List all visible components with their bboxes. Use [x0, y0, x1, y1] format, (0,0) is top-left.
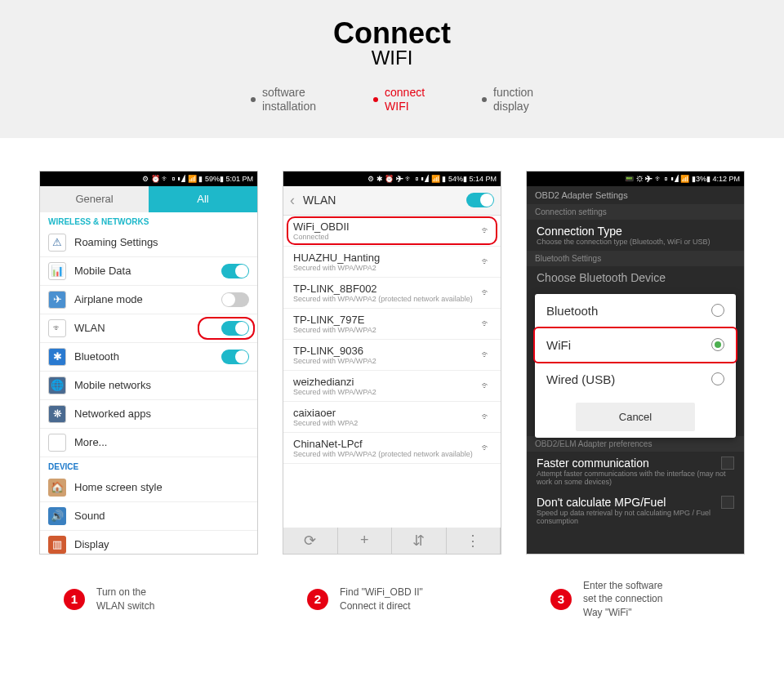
refresh-icon[interactable]: ⟳ [283, 528, 338, 554]
wifi-network-row[interactable]: WiFi_OBDIIConnectedᯤ [283, 216, 501, 247]
option-bluetooth[interactable]: Bluetooth [535, 294, 736, 328]
tab-software-installation[interactable]: software installation [251, 86, 316, 114]
obd-header: OBD2 Adapter Settings [527, 186, 744, 204]
wlan-header: ‹ WLAN [283, 186, 501, 216]
step-text: Turn on the WLAN switch [96, 586, 154, 613]
phone-obd-settings: 📟 ⚙ ✈ ᯤ ▯ ▮◢ 📶 ▮3%▮ 4:12 PM OBD2 Adapter… [526, 171, 745, 555]
settings-row[interactable]: 🔊Sound [40, 502, 257, 531]
setting-icon [48, 434, 66, 452]
cancel-button[interactable]: Cancel [576, 403, 695, 431]
wifi-signal-icon: ᯤ [481, 318, 491, 329]
setting-icon: 🏠 [48, 479, 66, 497]
section-connection: Connection settings [527, 204, 744, 220]
setting-icon: 🔊 [48, 507, 66, 525]
faster-comm-row[interactable]: Faster communication Attempt faster comm… [527, 452, 744, 491]
settings-row[interactable]: ✈Airplane mode [40, 286, 257, 314]
page-subtitle: WIFI [0, 47, 784, 69]
setting-label: Networked apps [74, 408, 249, 420]
dot-icon [482, 97, 487, 102]
toggle-on[interactable] [221, 350, 249, 364]
phone-wlan: ⚙ ✱ ⏰ ✈ ᯤ ▯ ▮◢ 📶 ▮ 54%▮ 5:14 PM ‹ WLAN W… [283, 171, 501, 555]
caption-2: 2 Find "WiFi_OBD II" Connect it direct [283, 579, 501, 620]
tab-connect-wifi[interactable]: connect WIFI [373, 86, 425, 114]
setting-label: Bluetooth [74, 350, 221, 363]
section-device: DEVICE [40, 457, 257, 474]
highlight [533, 327, 737, 363]
wifi-network-row[interactable]: weizhedianziSecured with WPA/WPA2ᯤ [283, 371, 501, 402]
caption-3: 3 Enter the software set the connection … [526, 579, 745, 620]
nav-tabs: software installation connect WIFI funct… [0, 86, 784, 114]
setting-icon: 📊 [48, 262, 66, 280]
header-section: Connect WIFI software installation conne… [0, 0, 784, 138]
choose-bt-row[interactable]: Choose Bluetooth Device [527, 266, 744, 289]
tab-general[interactable]: General [40, 186, 149, 212]
settings-row[interactable]: ▥Display [40, 531, 257, 555]
tab-all[interactable]: All [149, 186, 257, 212]
option-wifi[interactable]: WiFi [535, 328, 736, 363]
settings-row[interactable]: ✱Bluetooth [40, 343, 257, 372]
checkbox-icon[interactable] [721, 457, 734, 470]
caption-1: 1 Turn on the WLAN switch [39, 579, 258, 620]
toggle-off[interactable] [221, 292, 249, 307]
settings-row[interactable]: More... [40, 429, 257, 457]
settings-row[interactable]: ᯤWLAN [40, 314, 257, 343]
status-bar: ⚙ ✱ ⏰ ✈ ᯤ ▯ ▮◢ 📶 ▮ 54%▮ 5:14 PM [283, 172, 501, 186]
menu-icon[interactable]: ⋮ [447, 528, 501, 554]
wifi-network-row[interactable]: HUAZHU_HantingSecured with WPA/WPA2ᯤ [283, 247, 501, 278]
settings-row[interactable]: 🌐Mobile networks [40, 372, 257, 400]
checkbox-icon[interactable] [721, 496, 734, 509]
wifi-security: Secured with WPA/WPA2 [293, 357, 481, 365]
settings-row[interactable]: ⚠Roaming Settings [40, 229, 257, 257]
wifi-name: caixiaoer [293, 407, 481, 419]
wifi-signal-icon: ᯤ [481, 380, 491, 391]
option-wired[interactable]: Wired (USB) [535, 363, 736, 396]
wifi-signal-icon: ᯤ [481, 256, 491, 267]
radio-icon [711, 372, 724, 385]
wifi-security: Secured with WPA/WPA2 [293, 264, 481, 272]
setting-icon: 🌐 [48, 376, 66, 394]
wifi-security: Secured with WPA/WPA2 [293, 388, 481, 396]
setting-icon: ▥ [48, 536, 66, 554]
wlan-toggle[interactable] [466, 193, 494, 207]
settings-row[interactable]: 📊Mobile Data [40, 257, 257, 286]
wifi-signal-icon: ᯤ [481, 287, 491, 298]
wifi-name: TP-LINK_797E [293, 314, 481, 326]
highlight [198, 317, 255, 340]
toggle-on[interactable] [221, 264, 249, 278]
step-badge: 2 [307, 589, 328, 610]
status-bar: 📟 ⚙ ✈ ᯤ ▯ ▮◢ 📶 ▮3%▮ 4:12 PM [527, 172, 744, 186]
wifi-name: TP-LINK_9036 [293, 345, 481, 357]
phone-settings: ⚙ ⏰ ᯤ ▯ ▮◢ 📶 ▮ 59%▮ 5:01 PM General All … [39, 171, 258, 555]
settings-row[interactable]: ❋Networked apps [40, 400, 257, 429]
setting-label: Home screen style [74, 481, 249, 493]
back-icon[interactable]: ‹ [290, 192, 295, 209]
step-badge: 3 [550, 589, 572, 610]
setting-label: More... [74, 436, 249, 448]
wifi-security: Secured with WPA/WPA2 [293, 326, 481, 334]
status-bar: ⚙ ⏰ ᯤ ▯ ▮◢ 📶 ▮ 59%▮ 5:01 PM [40, 172, 257, 186]
wifi-network-row[interactable]: ChinaNet-LPcfSecured with WPA/WPA2 (prot… [283, 433, 501, 464]
settings-row[interactable]: 🏠Home screen style [40, 474, 257, 502]
section-bluetooth: Bluetooth Settings [527, 251, 744, 266]
captions-row: 1 Turn on the WLAN switch 2 Find "WiFi_O… [0, 571, 784, 653]
wifi-name: TP-LINK_8BF002 [293, 283, 481, 295]
highlight [287, 216, 497, 245]
wifi-network-row[interactable]: TP-LINK_8BF002Secured with WPA/WPA2 (pro… [283, 278, 501, 309]
dot-icon [373, 97, 378, 102]
wifi-signal-icon: ᯤ [481, 442, 491, 453]
add-icon[interactable]: + [338, 528, 393, 554]
wifi-network-row[interactable]: TP-LINK_9036Secured with WPA/WPA2ᯤ [283, 340, 501, 371]
page-title: Connect [0, 16, 784, 51]
wifi-network-row[interactable]: caixiaoerSecured with WPA2ᯤ [283, 402, 501, 433]
mpg-row[interactable]: Don't calculate MPG/Fuel Speed up data r… [527, 491, 744, 530]
wifi-security: Secured with WPA/WPA2 (protected network… [293, 295, 481, 303]
wifi-name: weizhedianzi [293, 376, 481, 388]
connection-type-row[interactable]: Connection Type Choose the connection ty… [527, 220, 744, 251]
tab-function-display[interactable]: function display [482, 86, 533, 114]
bottom-bar: ⟳ + ⇵ ⋮ [283, 528, 501, 554]
wifi-network-row[interactable]: TP-LINK_797ESecured with WPA/WPA2ᯤ [283, 309, 501, 340]
wifi-signal-icon: ᯤ [481, 349, 491, 360]
wps-icon[interactable]: ⇵ [392, 528, 447, 554]
section-wireless: WIRELESS & NETWORKS [40, 212, 257, 229]
wlan-title: WLAN [303, 194, 466, 207]
